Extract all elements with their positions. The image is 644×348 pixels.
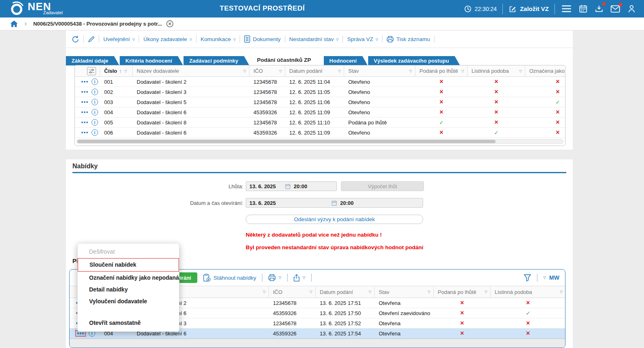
downloads-button[interactable] bbox=[594, 4, 604, 14]
column-header-po_lhute[interactable]: Podaná po lhůtě▽ bbox=[434, 286, 491, 298]
column-header-listinna[interactable]: Listinná podoba▽ bbox=[467, 65, 525, 76]
close-tab-button[interactable] bbox=[166, 20, 174, 28]
column-header-cislo[interactable]: Číslo↑▽ bbox=[100, 65, 133, 76]
filter-icon[interactable]: ▽ bbox=[409, 69, 412, 73]
filter-icon[interactable]: ▽ bbox=[124, 69, 127, 73]
vypocet-lhut-button[interactable]: Výpočet lhůt bbox=[341, 181, 424, 191]
filter-icon[interactable]: ▽ bbox=[263, 290, 266, 294]
lhuta-time[interactable]: 20:00 bbox=[294, 183, 307, 189]
column-header-stav[interactable]: Stav▽ bbox=[344, 65, 415, 76]
action-item-4[interactable]: Komunikace▽ bbox=[201, 36, 236, 42]
history-button[interactable] bbox=[72, 35, 79, 43]
app-header: NEN Zadavatel TESTOVACÍ PROSTŘEDÍ 22:30:… bbox=[0, 0, 644, 17]
filter-icon[interactable]: ▽ bbox=[560, 290, 563, 294]
action-item-3[interactable]: Úkony zadavatele▽ bbox=[143, 36, 192, 42]
menu-item-4[interactable]: Vyloučení dodavatele bbox=[78, 296, 179, 307]
menu-item-1[interactable]: Sloučení nabídek bbox=[78, 258, 179, 272]
column-header-datum[interactable]: Datum podání▽ bbox=[285, 65, 344, 76]
table-row[interactable]: i001Dodavatel - školení 21234567812. 6. … bbox=[75, 77, 565, 87]
cell-po_lhute: × bbox=[434, 298, 491, 308]
funnel-icon bbox=[524, 274, 531, 281]
breadcrumb[interactable]: N006/25/V00005438 - Provozování prodejny… bbox=[33, 21, 162, 27]
column-header-nepodana[interactable]: Označena jako nepodaná▽ bbox=[525, 65, 565, 76]
filter-icon[interactable]: ▽ bbox=[519, 69, 522, 73]
column-header-ico[interactable]: IČO▽ bbox=[269, 286, 316, 298]
calendar-button[interactable] bbox=[578, 4, 588, 14]
lhuta-date[interactable]: 13. 6. 2025 bbox=[249, 183, 285, 189]
row-actions-button[interactable] bbox=[81, 120, 89, 125]
filter-icon[interactable]: ▽ bbox=[243, 69, 246, 73]
filter-icon[interactable]: ▽ bbox=[338, 69, 341, 73]
table-row[interactable]: i005Dodavatel - školení 81234567812. 6. … bbox=[75, 117, 565, 128]
row-actions-button[interactable] bbox=[81, 110, 89, 115]
menu-item-3[interactable]: Detail nabídky bbox=[78, 284, 179, 296]
cell-listinna: × bbox=[467, 117, 525, 127]
filter-button[interactable] bbox=[524, 274, 531, 281]
otevirani-time[interactable]: 20:00 bbox=[340, 200, 354, 206]
messages-button[interactable] bbox=[610, 4, 621, 13]
filter-icon[interactable]: ▽ bbox=[369, 290, 371, 294]
info-icon[interactable]: i bbox=[92, 99, 98, 105]
filter-icon[interactable]: ▽ bbox=[428, 290, 430, 294]
home-button[interactable] bbox=[10, 20, 18, 27]
scrollbar-thumb[interactable] bbox=[77, 140, 496, 143]
column-settings-icon[interactable] bbox=[87, 67, 96, 75]
info-icon[interactable]: i bbox=[92, 129, 98, 136]
create-vz-button[interactable]: Založit VZ bbox=[509, 5, 549, 13]
filter-icon[interactable]: ▽ bbox=[279, 69, 282, 73]
row-actions-button[interactable] bbox=[81, 79, 89, 84]
menu-item-5[interactable]: Otevřít samostatně bbox=[78, 317, 179, 329]
tab-2[interactable]: Zadávací podmínky bbox=[183, 56, 249, 65]
action-item-2[interactable]: Uveřejnění▽ bbox=[103, 36, 135, 42]
column-header-stav[interactable]: Stav▽ bbox=[375, 286, 434, 298]
cross-icon: × bbox=[526, 331, 530, 336]
column-header-listinna[interactable]: Listinná podoba▽ bbox=[491, 286, 565, 298]
filter-icon[interactable]: ▽ bbox=[461, 69, 464, 73]
action-item-7[interactable]: Správa VZ▽ bbox=[347, 36, 378, 42]
action-item-6[interactable]: Nestandardní stav▽ bbox=[289, 36, 339, 42]
filter-icon[interactable]: ▽ bbox=[310, 290, 312, 294]
column-header-nazev[interactable]: Název dodavatele▽ bbox=[133, 65, 249, 76]
tab-5[interactable]: Výsledek zadávacího postupu bbox=[368, 56, 460, 65]
column-header-ico[interactable]: IČO▽ bbox=[249, 65, 285, 76]
print-button[interactable]: ▽ bbox=[268, 274, 282, 281]
menu-item-2[interactable]: Označení nabídky jako nepodaná bbox=[78, 272, 179, 284]
pencil-button[interactable] bbox=[88, 36, 95, 43]
action-item-8[interactable]: Tisk záznamu bbox=[386, 36, 430, 43]
table-row[interactable]: i006Dodavatel - školení 64535932612. 6. … bbox=[75, 128, 565, 138]
row-actions-button[interactable] bbox=[81, 100, 89, 104]
info-icon[interactable]: i bbox=[92, 119, 98, 126]
table-row[interactable]: i002Dodavatel - školení 31234567812. 6. … bbox=[75, 87, 565, 97]
column-header-datum[interactable]: Datum podání▽ bbox=[316, 286, 375, 298]
tab-0[interactable]: Základní údaje bbox=[66, 56, 119, 65]
tab-1[interactable]: Kritéria hodnocení bbox=[120, 56, 183, 65]
odeslani-vyzvy-button[interactable]: Odeslání výzvy k podání nabídek bbox=[246, 215, 423, 224]
info-icon[interactable]: i bbox=[92, 78, 98, 85]
column-header-po_lhute[interactable]: Podaná po lhůtě▽ bbox=[415, 65, 467, 76]
lhuta-field[interactable]: 13. 6. 2025 20:00 bbox=[246, 181, 337, 191]
warning-nonstandard-state: Byl proveden nestandardní stav úprava na… bbox=[246, 244, 424, 250]
menu-button[interactable] bbox=[561, 4, 572, 13]
user-filter-dropdown-icon[interactable]: ▽ bbox=[543, 276, 546, 280]
filter-icon[interactable]: ▽ bbox=[485, 290, 487, 294]
user-tag[interactable]: MW bbox=[549, 274, 559, 281]
calendar-small-icon[interactable] bbox=[332, 200, 337, 206]
otevirani-date[interactable]: 13. 6. 2025 bbox=[249, 200, 332, 206]
table-row[interactable]: i003Dodavatel - školení 51234567812. 6. … bbox=[75, 97, 565, 107]
info-icon[interactable]: i bbox=[92, 89, 98, 95]
profile-button[interactable] bbox=[627, 4, 637, 14]
otevirani-field[interactable]: 13. 6. 2025 20:00 bbox=[246, 198, 423, 208]
calendar-small-icon[interactable] bbox=[285, 184, 290, 189]
action-item-5[interactable]: Dokumenty bbox=[244, 35, 280, 43]
table-row[interactable]: i004Dodavatel - školení 64535932612. 6. … bbox=[75, 107, 565, 117]
row-actions-button[interactable] bbox=[81, 130, 89, 135]
tab-4[interactable]: Hodnocení bbox=[324, 56, 368, 65]
nen-logo[interactable]: NEN Zadavatel bbox=[9, 1, 63, 17]
info-icon[interactable]: i bbox=[92, 109, 98, 115]
download-bids-button[interactable]: Stáhnout nabídky bbox=[203, 274, 256, 282]
environment-title: TESTOVACÍ PROSTŘEDÍ bbox=[220, 4, 305, 13]
horizontal-scrollbar[interactable] bbox=[76, 139, 563, 144]
row-actions-button[interactable] bbox=[81, 89, 89, 94]
export-button[interactable]: ▽ bbox=[293, 274, 306, 282]
tab-3[interactable]: Podání účastníků ZP bbox=[250, 54, 323, 65]
